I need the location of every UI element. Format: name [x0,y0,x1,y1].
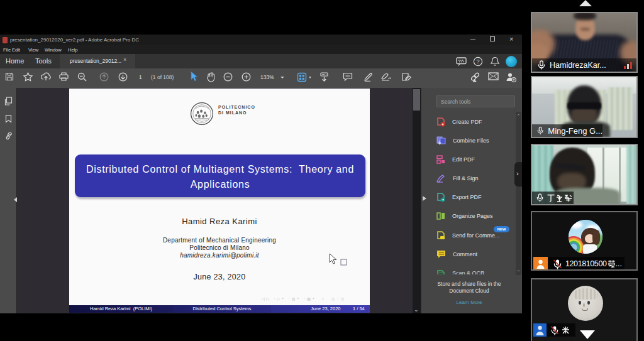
svg-text:?: ? [476,58,479,65]
